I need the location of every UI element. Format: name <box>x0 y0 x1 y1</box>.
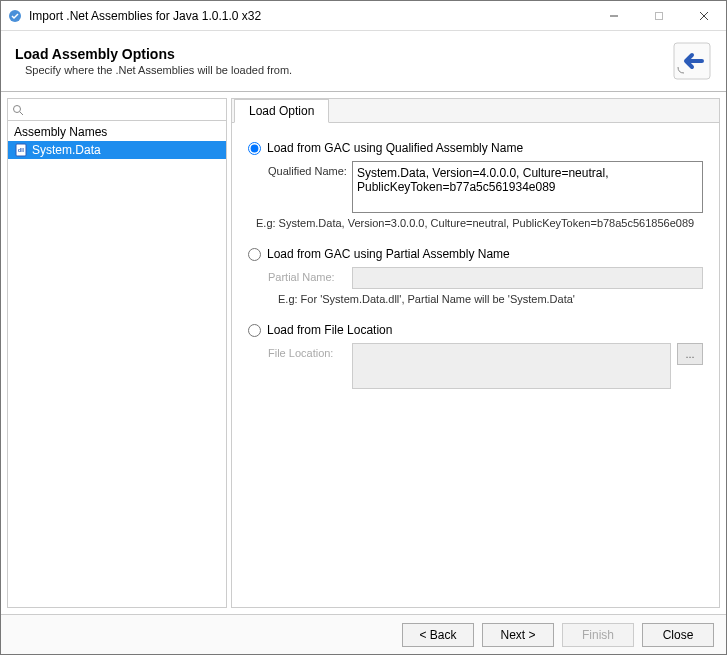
radio-gac-qualified-label: Load from GAC using Qualified Assembly N… <box>267 141 523 155</box>
radio-file-location[interactable] <box>248 324 261 337</box>
back-arrow-icon <box>672 41 712 81</box>
assembly-item-system-data[interactable]: dll System.Data <box>8 141 226 159</box>
body: Assembly Names dll System.Data Load Opti… <box>1 92 726 614</box>
qualified-name-label: Qualified Name: <box>268 161 346 177</box>
titlebar: Import .Net Assemblies for Java 1.0.1.0 … <box>1 1 726 31</box>
radio-file-location-label: Load from File Location <box>267 323 392 337</box>
assembly-file-icon: dll <box>14 143 28 157</box>
app-icon <box>7 8 23 24</box>
qualified-name-input[interactable] <box>352 161 703 213</box>
partial-name-label: Partial Name: <box>268 267 346 283</box>
radio-gac-partial[interactable] <box>248 248 261 261</box>
banner-text: Load Assembly Options Specify where the … <box>15 46 672 76</box>
svg-line-7 <box>20 112 23 115</box>
assembly-item-label: System.Data <box>32 143 101 157</box>
banner: Load Assembly Options Specify where the … <box>1 31 726 92</box>
assembly-names-label: Assembly Names <box>8 121 226 141</box>
search-icon <box>12 104 24 116</box>
option-gac-qualified: Load from GAC using Qualified Assembly N… <box>248 141 703 229</box>
maximize-button[interactable] <box>636 1 681 30</box>
option-gac-partial: Load from GAC using Partial Assembly Nam… <box>248 247 703 305</box>
qualified-name-hint: E.g: System.Data, Version=3.0.0.0, Cultu… <box>248 217 703 229</box>
radio-gac-partial-row[interactable]: Load from GAC using Partial Assembly Nam… <box>248 247 703 261</box>
banner-subtitle: Specify where the .Net Assemblies will b… <box>15 64 672 76</box>
option-file-location: Load from File Location File Location: .… <box>248 323 703 389</box>
close-button[interactable] <box>681 1 726 30</box>
partial-name-hint: E.g: For 'System.Data.dll', Partial Name… <box>248 293 703 305</box>
dialog-window: Import .Net Assemblies for Java 1.0.1.0 … <box>0 0 727 655</box>
back-button[interactable]: < Back <box>402 623 474 647</box>
tabs: Load Option <box>232 99 719 123</box>
finish-button: Finish <box>562 623 634 647</box>
search-input[interactable] <box>24 102 222 118</box>
window-title: Import .Net Assemblies for Java 1.0.1.0 … <box>29 9 591 23</box>
radio-file-location-row[interactable]: Load from File Location <box>248 323 703 337</box>
svg-text:dll: dll <box>18 147 24 153</box>
file-location-input <box>352 343 671 389</box>
radio-gac-qualified-row[interactable]: Load from GAC using Qualified Assembly N… <box>248 141 703 155</box>
close-dialog-button[interactable]: Close <box>642 623 714 647</box>
banner-title: Load Assembly Options <box>15 46 672 62</box>
window-controls <box>591 1 726 30</box>
minimize-button[interactable] <box>591 1 636 30</box>
browse-button[interactable]: ... <box>677 343 703 365</box>
tab-load-option[interactable]: Load Option <box>234 99 329 123</box>
tab-content: Load from GAC using Qualified Assembly N… <box>232 123 719 607</box>
radio-gac-qualified[interactable] <box>248 142 261 155</box>
assembly-tree[interactable]: dll System.Data <box>8 141 226 607</box>
svg-point-6 <box>14 105 21 112</box>
next-button[interactable]: Next > <box>482 623 554 647</box>
file-location-label: File Location: <box>268 343 346 359</box>
partial-name-input <box>352 267 703 289</box>
load-option-panel: Load Option Load from GAC using Qualifie… <box>231 98 720 608</box>
radio-gac-partial-label: Load from GAC using Partial Assembly Nam… <box>267 247 510 261</box>
assembly-list-panel: Assembly Names dll System.Data <box>7 98 227 608</box>
footer: < Back Next > Finish Close <box>1 614 726 654</box>
search-wrap <box>8 99 226 121</box>
svg-rect-2 <box>655 12 662 19</box>
